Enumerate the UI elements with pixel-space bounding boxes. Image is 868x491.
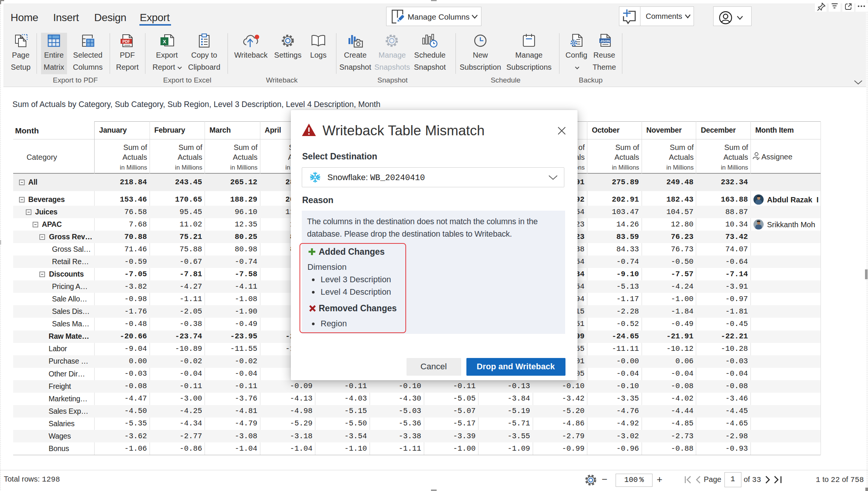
- svg-text:PDF: PDF: [122, 40, 130, 44]
- svg-text:JSON: JSON: [600, 39, 610, 43]
- svg-text:X: X: [163, 39, 166, 44]
